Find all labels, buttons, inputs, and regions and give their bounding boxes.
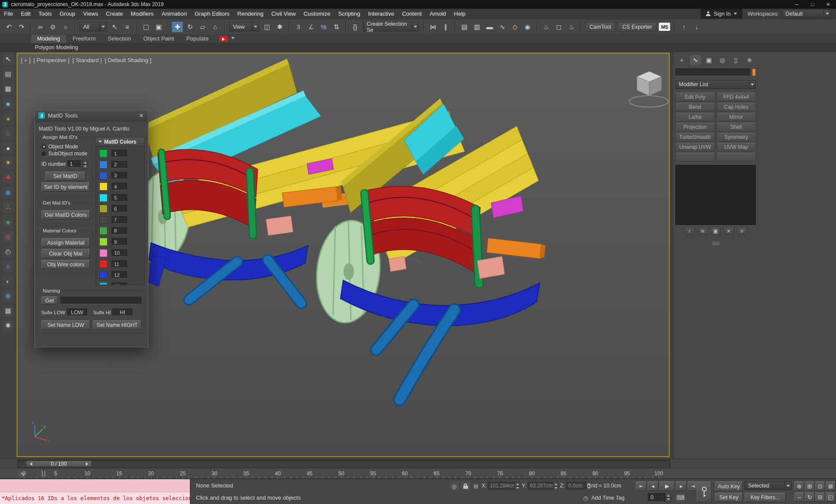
maximize-viewport-toggle-icon[interactable]: ◱ — [826, 492, 836, 502]
menu-content[interactable]: Content — [398, 9, 426, 19]
gear-icon[interactable]: ✱ — [3, 320, 14, 331]
use-pivot-point-center-icon[interactable]: ◫ — [261, 21, 273, 33]
menu-tools[interactable]: Tools — [34, 9, 55, 19]
selection-filter-dropdown[interactable]: All — [80, 22, 107, 31]
spinner-down-icon[interactable] — [82, 165, 88, 169]
matid-dialog-titlebar[interactable]: 3 MatID Tools ✕ — [35, 110, 148, 121]
get-name-field[interactable] — [61, 297, 142, 304]
zoom-extents-all-icon[interactable]: ⊠ — [826, 481, 836, 491]
cylinder-icon[interactable]: ● — [3, 113, 14, 124]
percent-snap-toggle-icon[interactable]: % — [318, 21, 330, 33]
assign-material-button[interactable]: Assign Material — [41, 238, 90, 247]
maximize-button[interactable]: □ — [805, 0, 820, 9]
select-and-move-icon[interactable]: ✚ — [172, 21, 183, 33]
select-and-scale-icon[interactable]: ▱ — [197, 21, 209, 33]
pin-stack-icon[interactable]: ≀ — [684, 227, 695, 235]
undo-icon[interactable]: ↶ — [3, 21, 15, 33]
menu-graph-editors[interactable]: Graph Editors — [191, 9, 233, 19]
rendered-frame-window-icon[interactable]: ◻ — [553, 21, 565, 33]
menu-customize[interactable]: Customize — [300, 9, 334, 19]
ribbon-toggle-icon[interactable]: ▬ — [484, 21, 496, 33]
workspaces-dropdown[interactable]: Default — [782, 10, 831, 18]
bind-to-space-warp-icon[interactable]: ○ — [60, 21, 71, 33]
spinner-up-icon[interactable] — [82, 160, 88, 165]
menu-animation[interactable]: Animation — [158, 9, 191, 19]
modifier-set-button-unwrap-uvw[interactable]: Unwrap UVW — [675, 143, 715, 151]
material-editor-icon[interactable]: ◉ — [522, 21, 533, 33]
remove-modifier-icon[interactable]: ✕ — [724, 227, 734, 235]
viewport-general-menu[interactable]: [ + ] — [21, 57, 30, 64]
object-name-field[interactable] — [675, 68, 750, 76]
select-and-place-icon[interactable]: ⌂ — [209, 21, 221, 33]
matid-swatch-10[interactable] — [99, 249, 108, 257]
matid-swatch-3[interactable] — [99, 171, 108, 180]
matid-swatch-4[interactable] — [99, 182, 108, 191]
layer-explorer-icon[interactable]: ▥ — [471, 21, 483, 33]
schematic-view-icon[interactable]: ◇ — [509, 21, 521, 33]
box-icon[interactable]: ■ — [3, 98, 14, 109]
viewport-pov-menu[interactable]: [ Perspective ] — [34, 57, 69, 64]
id-number-input[interactable] — [67, 160, 81, 168]
go-to-start-button[interactable]: ⇤ — [636, 481, 647, 491]
menu-rendering[interactable]: Rendering — [233, 9, 267, 19]
modifier-set-button-edit-poly[interactable]: Edit Poly — [675, 93, 715, 101]
modifier-set-button-ffd-4x4x4[interactable]: FFD 4x4x4 — [717, 93, 756, 101]
ribbon-tab-populate[interactable]: Populate — [180, 34, 215, 43]
grid-icon[interactable]: ▦ — [3, 83, 14, 94]
pan-view-icon[interactable]: ⇔ — [794, 492, 804, 502]
modifier-set-button-blank[interactable] — [675, 153, 715, 161]
viewport-shading-menu[interactable]: [ Default Shading ] — [105, 57, 152, 64]
matid-swatch-1[interactable] — [99, 149, 108, 158]
minimize-button[interactable]: ─ — [789, 0, 805, 9]
arrow-down-icon[interactable]: ↓ — [691, 21, 702, 33]
wheel-icon[interactable]: ◴ — [3, 246, 14, 257]
matid-swatch-7[interactable] — [99, 216, 108, 224]
modifier-set-button-turbosmooth[interactable]: TurboSmooth — [675, 133, 715, 141]
object-color-swatch[interactable] — [752, 68, 756, 76]
bones-icon[interactable]: ∴ — [3, 202, 14, 213]
spinner-snap-toggle-icon[interactable]: ⇅ — [330, 21, 342, 33]
named-selection-sets-dropdown[interactable]: Create Selection Se — [363, 22, 419, 31]
macro-recorder-line[interactable] — [0, 479, 190, 492]
utilities-tab-icon[interactable]: ※ — [744, 55, 755, 64]
modifier-set-button-uvw-map[interactable]: UVW Map — [717, 143, 756, 151]
absolute-mode-toggle-icon[interactable]: ⊞ — [471, 482, 481, 491]
menu-edit[interactable]: Edit — [17, 9, 34, 19]
motion-tab-icon[interactable]: ◎ — [717, 55, 728, 64]
menu-arnold[interactable]: Arnold — [426, 9, 450, 19]
coord-x-field[interactable]: 101.284cm — [488, 482, 520, 490]
ribbon-play-icon[interactable] — [219, 36, 228, 42]
scene-explorer-icon[interactable]: ▤ — [458, 21, 470, 33]
select-and-link-icon[interactable]: ∞ — [34, 21, 46, 33]
arrow-up-icon[interactable]: ↑ — [678, 21, 690, 33]
document-icon[interactable]: ▤ — [3, 68, 14, 80]
material-sphere-icon[interactable]: ◎ — [3, 231, 14, 242]
menu-scripting[interactable]: Scripting — [334, 9, 364, 19]
render-production-icon[interactable]: ♨ — [566, 21, 577, 33]
key-filters-button[interactable]: Key Filters... — [745, 493, 785, 502]
display-tab-icon[interactable]: ▯ — [731, 55, 741, 64]
menu-group[interactable]: Group — [56, 9, 79, 19]
previous-frame-arrow-icon[interactable] — [26, 461, 34, 467]
sufix-low-field[interactable] — [67, 309, 87, 316]
menu-civil-view[interactable]: Civil View — [267, 9, 300, 19]
redo-icon[interactable]: ↷ — [16, 21, 27, 33]
zoom-extents-icon[interactable]: ⊡ — [815, 481, 825, 491]
zoom-region-icon[interactable]: ⊟ — [815, 492, 825, 502]
matid-swatch-9[interactable] — [99, 238, 108, 246]
curve-editor-icon[interactable]: ∿ — [496, 21, 508, 33]
configure-modifier-sets-icon[interactable]: ≡ — [737, 227, 747, 235]
unlink-selection-icon[interactable]: ⊘ — [47, 21, 59, 33]
menu-help[interactable]: Help — [450, 9, 469, 19]
menu-views[interactable]: Views — [79, 9, 102, 19]
modifier-set-button-mirror[interactable]: Mirror — [717, 113, 756, 121]
next-frame-arrow-icon[interactable] — [84, 461, 91, 467]
modifier-set-button-cap-holes[interactable]: Cap Holes — [717, 103, 756, 111]
select-and-rotate-icon[interactable]: ↻ — [184, 21, 196, 33]
set-matid-button[interactable]: Set MatID — [45, 171, 85, 181]
align-icon[interactable]: ∥ — [440, 21, 452, 33]
close-button[interactable]: ✕ — [820, 0, 836, 9]
mirror-icon[interactable]: ⋈ — [427, 21, 439, 33]
matid-swatch-8[interactable] — [99, 227, 108, 235]
coord-y-field[interactable]: 63.297cm — [528, 482, 559, 490]
